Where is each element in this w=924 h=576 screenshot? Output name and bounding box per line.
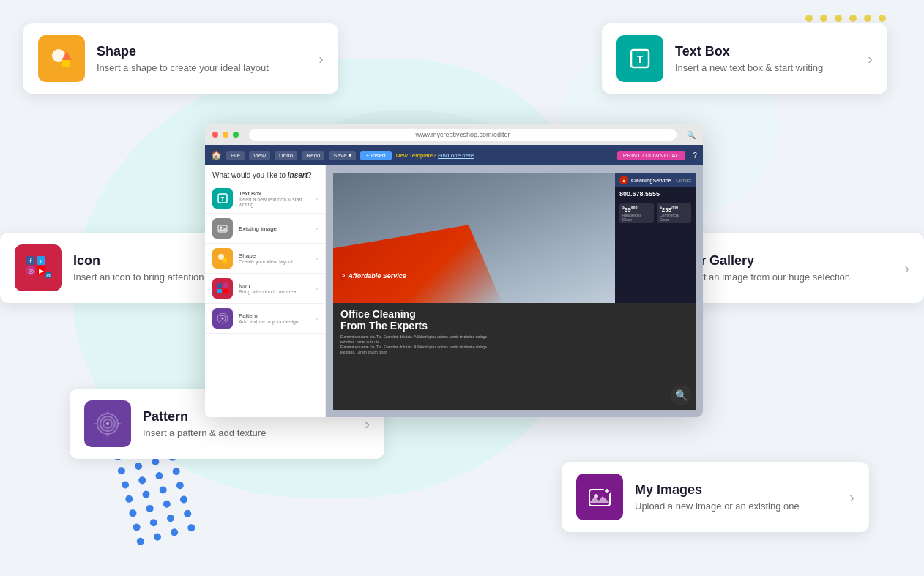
flyer-price-1: $99/mo Residential Clean [619,203,654,223]
insert-pattern-label: Pattern [239,313,299,319]
flyer-subtext: Elementis quame cia. Tia. Exercitati dol… [340,334,688,355]
shape-icon [38,35,85,82]
toolbar-redo-btn[interactable]: Redo [302,151,324,160]
insert-textbox-label: Text Box [239,190,316,197]
myimages-card-title: My Images [635,482,841,498]
browser-min-dot[interactable] [223,132,228,138]
insert-item-textbox[interactable]: T Text Box Insert a new text box & start… [205,184,325,214]
svg-rect-45 [223,283,228,288]
insert-shape-icon [212,248,233,269]
svg-text:T: T [637,53,644,65]
flyer-price-2-amount: $299/mo [660,205,688,213]
svg-rect-44 [217,283,222,288]
pattern-card-desc: Insert a pattern & add texture [143,427,356,438]
svg-rect-40 [218,225,227,232]
toolbar-view-btn[interactable]: View [249,151,270,160]
insert-textbox-icon: T [212,188,233,209]
toolbar-save-btn[interactable]: Save ▾ [329,151,355,160]
insert-shape-arrow: › [316,255,318,262]
zoom-button[interactable]: 🔍 [671,385,691,405]
insert-icon-arrow: › [316,285,318,292]
toolbar-file-btn[interactable]: File [226,151,245,160]
insert-pattern-icon [212,308,233,329]
browser-url[interactable]: www.mycreativeshop.com/editor [249,129,677,141]
flyer-pricing: $99/mo Residential Clean $299/mo Commerc… [615,201,696,226]
svg-text:in: in [46,273,51,277]
svg-point-50 [222,318,224,320]
svg-rect-46 [217,289,222,293]
flyer-bottom: Office Cleaning From The Experts Element… [333,303,696,410]
flyer-arrows: » Affordable Service [340,272,406,281]
toolbar-help-btn[interactable]: ? [693,152,697,160]
myimages-card-arrow: › [849,489,854,506]
svg-rect-47 [223,289,228,293]
insert-textbox-sub: Insert a new text box & start writing [239,197,316,207]
toolbar-print-btn[interactable]: PRINT / DOWNLOAD [617,151,686,160]
textbox-card-arrow: › [868,51,873,67]
toolbar-undo-btn[interactable]: Undo [275,151,297,160]
flyer-logo: ▲ [619,176,628,184]
textbox-card[interactable]: T Text Box Insert a new text box & start… [602,23,887,94]
insert-icon-label: Icon [239,283,297,289]
myimages-card-content: My Images Upload a new image or an exist… [635,482,841,512]
myimages-icon [576,474,623,520]
insert-pattern-arrow: › [316,315,318,322]
textbox-card-content: Text Box Insert a new text box & start w… [675,44,859,73]
insert-panel: What would you like to insert? T Text Bo… [205,165,326,417]
svg-text:◎: ◎ [29,268,34,274]
myimages-card[interactable]: My Images Upload a new image or an exist… [562,462,869,532]
browser-max-dot[interactable] [233,132,239,138]
flyer-contact: Contact [676,178,691,182]
pattern-card-arrow: › [365,416,370,433]
insert-existing-icon [212,218,233,239]
toolbar-home-icon[interactable]: 🏠 [211,150,222,160]
svg-text:▶: ▶ [39,267,44,274]
insert-icon-sub: Bring attention to an area [239,289,297,294]
flyer-brand-bar: ▲ CleaningService Contact [615,173,696,187]
flyer-brand-name: CleaningService [631,178,671,183]
editor-content: What would you like to insert? T Text Bo… [205,165,703,417]
textbox-card-desc: Insert a new text box & start writing [675,62,859,73]
icon-icon: f t ◎ ▶ in [15,244,62,291]
insert-item-existing[interactable]: Existing image › [205,214,325,244]
flyer-price-2-label: Commercial Clean [660,213,688,222]
myimages-card-desc: Upload a new image or an existing one [635,501,841,512]
editor-toolbar: 🏠 File View Undo Redo Save ▾ + Insert Ne… [205,145,703,165]
gallery-card-content: Our Gallery Insert an image from our hug… [682,253,895,283]
insert-icon-icon [212,278,233,299]
browser-mockup: www.mycreativeshop.com/editor 🔍 🏠 File V… [205,124,703,417]
shape-card-content: Shape Insert a shape to create your idea… [97,44,310,73]
insert-shape-sub: Create your ideal layout [239,259,293,264]
textbox-card-title: Text Box [675,44,859,59]
browser-bar: www.mycreativeshop.com/editor 🔍 [205,124,703,145]
insert-item-pattern[interactable]: Pattern Add texture to your design › [205,304,325,334]
toolbar-insert-btn[interactable]: + Insert [360,151,392,160]
insert-textbox-arrow: › [316,195,318,202]
insert-pattern-sub: Add texture to your design [239,319,299,324]
gallery-card-desc: Insert an image from our huge selection [682,272,895,283]
shape-card-arrow: › [318,51,324,67]
insert-item-shape[interactable]: Shape Create your ideal layout › [205,244,325,274]
pattern-icon [84,400,131,447]
gallery-card-arrow: › [904,260,909,277]
canvas-area: » Affordable Service ▲ CleaningService C… [326,165,703,417]
flyer-phone: 800.678.5555 [615,187,696,201]
insert-existing-arrow: › [316,225,318,232]
flyer-preview: » Affordable Service ▲ CleaningService C… [333,173,696,410]
shape-card-title: Shape [97,44,310,59]
insert-existing-label: Existing image [239,225,277,232]
insert-shape-label: Shape [239,253,293,259]
gallery-card-title: Our Gallery [682,253,895,269]
svg-text:T: T [221,196,225,201]
flyer-price-2: $299/mo Commercial Clean [657,203,691,223]
flyer-price-1-label: Residential Clean [622,213,651,222]
flyer-top: » Affordable Service ▲ CleaningService C… [333,173,696,303]
shape-card-desc: Insert a shape to create your ideal layo… [97,62,310,73]
flyer-image: » Affordable Service [333,173,615,303]
browser-close-dot[interactable] [212,132,218,138]
flyer-price-1-amount: $99/mo [622,205,651,213]
toolbar-template-label: New Template? Find one here [396,152,474,159]
insert-item-icon[interactable]: Icon Bring attention to an area › [205,274,325,304]
textbox-icon: T [616,35,663,82]
shape-card[interactable]: Shape Insert a shape to create your idea… [23,23,338,94]
